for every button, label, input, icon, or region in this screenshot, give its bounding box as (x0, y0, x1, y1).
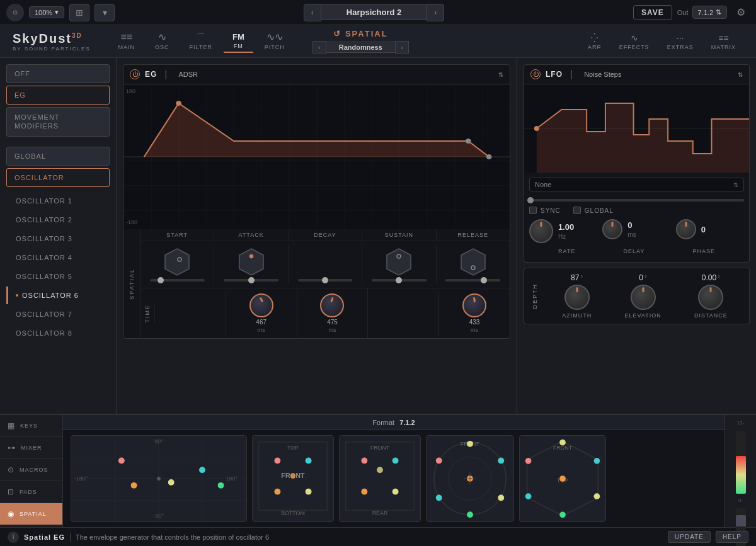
svg-point-34 (218, 482, 224, 489)
oscillator-item-3[interactable]: OSCILLATOR 3 (6, 230, 110, 247)
release-time-knob[interactable] (462, 293, 486, 317)
update-button[interactable]: UPDATE (668, 531, 711, 543)
sync-checkbox[interactable]: SYNC (529, 207, 561, 214)
nav-pads[interactable]: ⊡ PADS (0, 481, 62, 503)
lfo-rate-value: 1.00 (558, 222, 574, 232)
oscillator-item-4[interactable]: OSCILLATOR 4 (6, 249, 110, 266)
dropdown-arrow[interactable]: ▾ (94, 4, 115, 21)
lfo-delay-value: 0 (627, 220, 636, 230)
lfo-header: ⏻ LFO | Noise Steps ⇅ (524, 65, 749, 84)
settings-icon[interactable]: ⚙ (732, 4, 750, 21)
nav-macros[interactable]: ⊙ MACROS (0, 459, 62, 481)
svg-text:-180°: -180° (74, 475, 88, 482)
attack-hex-knob[interactable] (237, 247, 266, 276)
lfo-delay-knob[interactable] (602, 219, 622, 239)
oscillator-item-8[interactable]: OSCILLATOR 8 (6, 324, 110, 342)
svg-point-32 (131, 482, 137, 489)
status-bar: i Spatial EG The envelope generator that… (0, 527, 756, 546)
oscillator-item-5[interactable]: OSCILLATOR 5 (6, 268, 110, 285)
svg-point-45 (290, 474, 295, 479)
lfo-type-select[interactable]: Noise Steps (584, 71, 621, 78)
lfo-type-arrow[interactable]: ⇅ (738, 71, 743, 78)
oscillator-item-6[interactable]: OSCILLATOR 6 (6, 287, 110, 304)
decay-time-knob[interactable] (320, 293, 344, 317)
zoom-percent[interactable]: 100% ▾ (29, 6, 64, 18)
svg-point-42 (306, 458, 312, 464)
attack-time-knob[interactable] (249, 293, 273, 317)
sidebar-global-button[interactable]: GLOBAL (6, 147, 110, 166)
decay-time-unit: ms (328, 327, 336, 333)
svg-marker-12 (461, 249, 485, 275)
eg-type-select[interactable]: ADSR (179, 71, 198, 78)
lfo-rate-label: RATE (558, 248, 575, 254)
svg-point-77 (525, 458, 532, 464)
distance-unit: ° (718, 275, 720, 282)
sidebar-oscillator-button[interactable]: OSCILLATOR (6, 168, 110, 187)
lfo-phase-knob[interactable] (676, 219, 696, 239)
next-preset-button[interactable]: › (427, 4, 444, 21)
lfo-amount-slider[interactable] (529, 199, 744, 202)
col-release-label: RELEASE (437, 229, 510, 241)
lfo-rate-knob[interactable] (529, 219, 553, 243)
svg-point-75 (559, 511, 566, 518)
output-value[interactable]: 7.1.2 ⇅ (692, 6, 727, 19)
sidebar-off-button[interactable]: OFF (6, 64, 110, 83)
lfo-delay-label: DELAY (623, 248, 644, 254)
release-hex-knob[interactable] (459, 247, 488, 276)
distance-knob[interactable] (698, 285, 723, 310)
tab-arp[interactable]: ⁛ ARP (580, 30, 609, 53)
bottom-main: Format 7.1.2 90° -90° -180° (63, 415, 724, 527)
speaker-grid-viz: 90° -90° -180° 180° 0 (71, 435, 247, 522)
lfo-source-select[interactable]: None ⇅ (529, 178, 744, 191)
prev-preset-button[interactable]: ‹ (304, 4, 321, 21)
spatial-next-button[interactable]: › (395, 41, 409, 54)
center-panel: ⏻ EG | ADSR ⇅ 180 -180 (117, 58, 517, 414)
lfo-title: LFO (546, 70, 563, 79)
tab-main[interactable]: ≡≡ MAIN (110, 29, 144, 54)
nav-mixer[interactable]: ⊶ MIXER (0, 437, 62, 459)
depth-distance: 0.00 ° DISTANCE (694, 273, 728, 319)
global-checkbox[interactable]: GLOBAL (573, 207, 614, 214)
nav-spatial[interactable]: ◉ SPATIAL (0, 503, 62, 525)
tab-extras[interactable]: ··· EXTRAS (660, 30, 701, 53)
speaker-square-viz-1: TOP BOTTOM FRONT (252, 435, 334, 522)
spatial-prev-button[interactable]: ‹ (312, 41, 326, 54)
speaker-circle-viz: FRONT (426, 435, 514, 522)
save-button[interactable]: SAVE (633, 5, 672, 20)
azimuth-knob[interactable] (564, 285, 590, 310)
nav-keys[interactable]: ▦ KEYS (0, 415, 62, 437)
eg-power-button[interactable]: ⏻ (130, 69, 140, 79)
azimuth-label: AZIMUTH (562, 312, 592, 319)
sidebar-movement-button[interactable]: MOVEMENTMODIFIERS (6, 107, 110, 137)
tab-pitch[interactable]: ∿∿ PITCH (256, 28, 294, 54)
tab-fm[interactable]: FM FM (224, 30, 253, 53)
lfo-power-button[interactable]: ⏻ (530, 69, 541, 79)
sustain-hex-knob[interactable] (384, 247, 413, 276)
main-content: OFF EG MOVEMENTMODIFIERS GLOBAL OSCILLAT… (0, 58, 756, 414)
tab-osc[interactable]: ∿ OSC (146, 28, 178, 54)
elevation-knob[interactable] (631, 285, 656, 310)
oscillator-item-2[interactable]: OSCILLATOR 2 (6, 211, 110, 229)
sidebar-eg-button[interactable]: EG (6, 86, 110, 105)
speaker-hex-viz: FRONT TOP (519, 435, 606, 522)
eg-controls: SPATIAL START ATTACK DECAY SUSTAIN RELEA… (123, 229, 510, 338)
svg-point-53 (392, 489, 399, 495)
start-slider[interactable] (150, 279, 205, 282)
start-hex-knob[interactable] (163, 247, 192, 276)
tab-effects[interactable]: ∿ EFFECTS (612, 30, 657, 53)
release-slider[interactable] (445, 279, 500, 282)
oscillator-item-7[interactable]: OSCILLATOR 7 (6, 305, 110, 323)
svg-point-35 (157, 477, 161, 481)
oscillator-item-1[interactable]: OSCILLATOR 1 (6, 192, 110, 210)
sustain-slider[interactable] (372, 279, 427, 282)
eg-type-arrow[interactable]: ⇅ (498, 71, 503, 78)
attack-slider[interactable] (224, 279, 278, 282)
elevation-unit: ° (644, 275, 647, 282)
help-button[interactable]: HELP (716, 531, 748, 543)
tab-filter[interactable]: ⌒ FILTER (181, 29, 221, 54)
svg-point-9 (249, 254, 253, 258)
grid-icon[interactable]: ⊞ (69, 4, 89, 21)
eg-panel: ⏻ EG | ADSR ⇅ 180 -180 (123, 64, 510, 339)
decay-slider[interactable] (298, 279, 353, 282)
tab-matrix[interactable]: ≡≡ MATRIX (704, 30, 743, 53)
